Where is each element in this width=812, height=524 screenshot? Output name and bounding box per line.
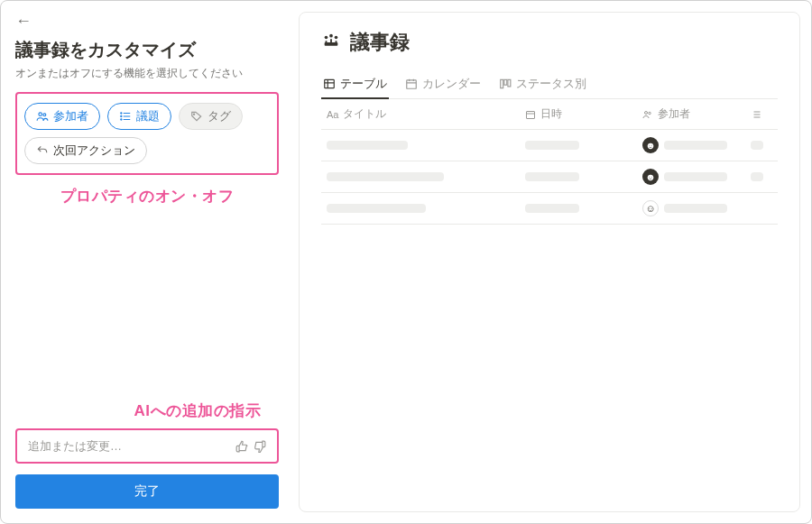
text-icon: Aa — [327, 109, 338, 120]
svg-point-10 — [329, 34, 333, 38]
page-title: 議事録 — [350, 29, 410, 56]
annotation-top: プロパティのオン・オフ — [15, 186, 279, 207]
board-icon — [499, 78, 512, 90]
column-participants[interactable]: 参加者 — [637, 99, 745, 129]
svg-point-8 — [194, 114, 195, 115]
chip-label: タグ — [208, 108, 231, 124]
svg-point-9 — [325, 36, 328, 40]
column-label: 日時 — [540, 106, 562, 122]
back-button[interactable]: ← — [15, 12, 33, 31]
chip-label: 議題 — [136, 108, 160, 124]
chip-agenda[interactable]: 議題 — [107, 103, 171, 130]
svg-point-0 — [39, 113, 42, 116]
svg-point-25 — [645, 111, 648, 114]
sidebar-subtitle: オンまたはオフにする機能を選択してください — [15, 66, 279, 81]
column-date[interactable]: 日時 — [520, 99, 637, 129]
tab-label: カレンダー — [422, 76, 481, 92]
avatar: ☺ — [642, 200, 659, 216]
calendar-icon — [525, 109, 536, 120]
sidebar-title: 議事録をカスタマイズ — [15, 38, 279, 62]
chip-tag[interactable]: タグ — [179, 103, 243, 130]
svg-point-1 — [43, 114, 46, 116]
annotation-bottom: AIへの追加の指示 — [15, 400, 279, 421]
undo-icon — [36, 144, 49, 157]
table-icon — [323, 78, 336, 90]
svg-point-6 — [121, 115, 122, 116]
svg-rect-20 — [501, 79, 503, 87]
tab-status[interactable]: ステータス別 — [497, 70, 588, 99]
svg-rect-16 — [407, 80, 417, 88]
svg-rect-21 — [504, 79, 507, 85]
column-label: タイトル — [343, 106, 386, 122]
column-label: 参加者 — [658, 106, 690, 122]
svg-point-11 — [335, 36, 338, 40]
avatar: ☻ — [642, 137, 659, 153]
svg-point-5 — [121, 113, 122, 114]
chip-label: 次回アクション — [53, 142, 135, 159]
people-icon — [642, 109, 653, 120]
thumbs-up-icon[interactable] — [235, 440, 248, 453]
ai-input-box — [15, 428, 279, 464]
ai-input[interactable] — [28, 439, 230, 453]
svg-rect-23 — [527, 111, 535, 118]
list-icon — [119, 110, 132, 123]
svg-rect-12 — [325, 42, 338, 46]
tab-label: テーブル — [340, 76, 387, 92]
tab-label: ステータス別 — [516, 76, 586, 92]
table-row[interactable]: ☻ — [321, 130, 778, 161]
people-icon — [36, 110, 49, 123]
table-row[interactable]: ☻ — [321, 161, 778, 193]
chip-next-action[interactable]: 次回アクション — [24, 137, 147, 164]
done-button[interactable]: 完了 — [15, 474, 279, 509]
view-tabs: テーブル カレンダー ステータス別 — [321, 70, 778, 99]
column-more[interactable] — [745, 99, 767, 129]
tab-table[interactable]: テーブル — [321, 70, 389, 99]
preview-panel: 議事録 テーブル カレンダー ステータス別 Aa タイトル 日 — [299, 12, 800, 512]
property-chips-box: 参加者 議題 タグ 次回アクション — [15, 92, 279, 175]
table-row[interactable]: ☺ — [321, 193, 778, 225]
chip-participants[interactable]: 参加者 — [24, 103, 100, 130]
svg-rect-22 — [508, 79, 511, 87]
tag-icon — [190, 110, 203, 123]
svg-point-26 — [649, 112, 651, 115]
thumbs-down-icon[interactable] — [254, 440, 266, 453]
svg-rect-13 — [325, 79, 335, 87]
calendar-icon — [405, 78, 418, 90]
list-icon — [751, 109, 761, 120]
meeting-icon — [321, 32, 341, 52]
tab-calendar[interactable]: カレンダー — [403, 70, 483, 99]
table-header: Aa タイトル 日時 参加者 — [321, 99, 778, 130]
svg-point-7 — [121, 119, 122, 120]
column-title[interactable]: Aa タイトル — [321, 99, 520, 129]
chip-label: 参加者 — [53, 108, 88, 124]
avatar: ☻ — [642, 169, 659, 185]
